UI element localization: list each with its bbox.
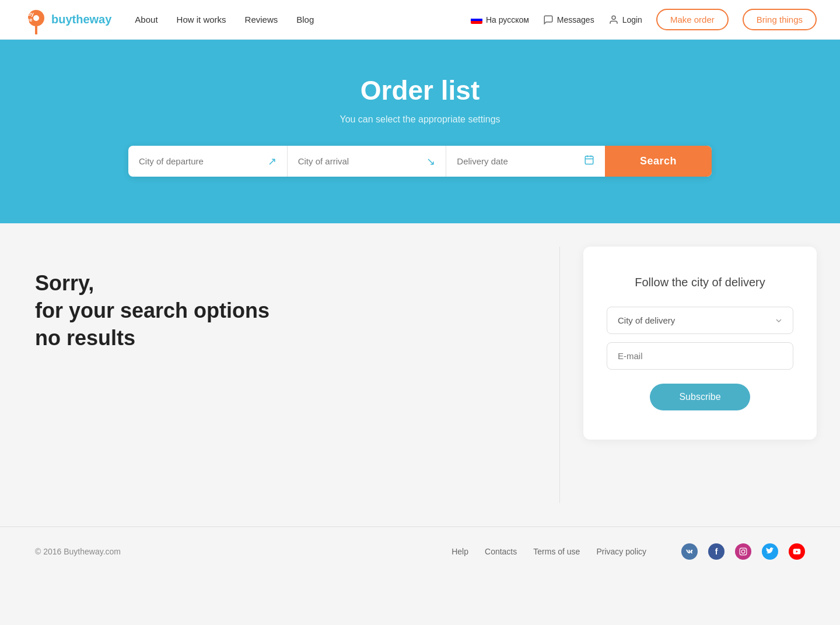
hero-section: Order list You can select the appropriat… [0,40,840,223]
no-results-line3: no results [35,326,135,350]
arrival-field: ↘ [288,146,447,177]
arrival-input[interactable] [298,146,422,177]
footer-contacts[interactable]: Contacts [485,547,517,556]
departure-input[interactable] [139,146,263,177]
logo[interactable]: buy the buytheway [23,5,111,34]
youtube-icon [793,547,801,556]
svg-rect-10 [740,548,747,555]
main-content: Sorry, for your search options no result… [0,223,840,526]
messages-label: Messages [557,15,594,24]
social-twitter[interactable] [762,543,778,560]
calendar-icon [584,155,594,168]
svg-point-5 [612,16,615,19]
user-icon [608,15,619,25]
vk-icon [685,547,694,556]
logo-text: buytheway [51,13,111,26]
nav-about[interactable]: About [135,15,158,24]
subscribe-button[interactable]: Subscribe [650,384,750,410]
social-youtube[interactable] [789,543,805,560]
arrival-icon: ↘ [426,155,435,168]
footer-privacy[interactable]: Privacy policy [596,547,646,556]
footer-terms[interactable]: Terms of use [533,547,580,556]
nav-blog[interactable]: Blog [296,15,314,24]
hero-subtitle: You can select the appropriate settings [23,114,817,125]
svg-rect-6 [585,156,593,164]
nav-reviews[interactable]: Reviews [245,15,278,24]
svg-text:the: the [24,17,33,23]
twitter-icon [766,547,774,556]
social-vk[interactable] [681,543,698,560]
messages-icon [543,15,554,25]
svg-point-1 [33,15,39,21]
bring-things-button[interactable]: Bring things [743,9,817,30]
svg-text:buy: buy [24,11,34,17]
no-results-message: Sorry, for your search options no result… [35,270,524,352]
social-instagram[interactable] [735,543,751,560]
social-links: f [681,543,805,560]
subscribe-title: Follow the city of delivery [607,276,793,289]
facebook-icon: f [715,547,718,556]
date-field [446,146,605,177]
no-results-line2: for your search options [35,299,270,322]
header-right: На русском Messages Login Make order Bri… [471,9,817,30]
subscribe-card: Follow the city of delivery City of deli… [583,247,817,440]
copyright: © 2016 Buytheway.com [35,547,121,556]
login-label: Login [622,15,642,24]
nav: About How it works Reviews Blog [135,15,471,24]
nav-how-it-works[interactable]: How it works [177,15,226,24]
make-order-button[interactable]: Make order [656,9,729,30]
left-panel: Sorry, for your search options no result… [0,223,559,526]
login-button[interactable]: Login [608,15,642,25]
flag-icon [471,16,482,24]
messages-button[interactable]: Messages [543,15,594,25]
email-input[interactable] [607,342,793,370]
city-select[interactable]: City of delivery [607,307,793,334]
svg-point-11 [741,550,745,553]
page-title: Order list [23,75,817,106]
departure-field: ↗ [128,146,288,177]
instagram-icon [739,547,747,556]
departure-icon: ↗ [268,155,276,168]
footer-help[interactable]: Help [452,547,468,556]
svg-point-12 [745,549,746,550]
social-facebook[interactable]: f [708,543,724,560]
lang-label: На русском [486,15,529,24]
search-button[interactable]: Search [605,146,712,177]
right-panel: Follow the city of delivery City of deli… [560,223,840,526]
footer: © 2016 Buytheway.com Help Contacts Terms… [0,526,840,576]
footer-links: Help Contacts Terms of use Privacy polic… [452,547,646,556]
header: buy the buytheway About How it works Rev… [0,0,840,40]
language-button[interactable]: На русском [471,15,529,24]
date-input[interactable] [457,146,579,177]
search-bar: ↗ ↘ Search [128,146,712,177]
no-results-line1: Sorry, [35,271,94,295]
